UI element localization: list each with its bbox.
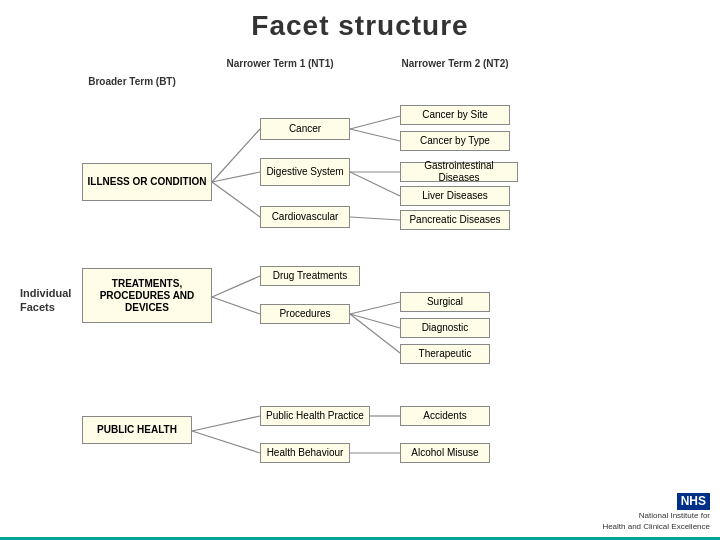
svg-line-6: [350, 172, 400, 196]
cancer-by-site-box: Cancer by Site: [400, 105, 510, 125]
svg-line-8: [212, 276, 260, 297]
svg-line-7: [350, 217, 400, 220]
svg-line-10: [350, 302, 400, 314]
svg-line-1: [212, 172, 260, 182]
cardiovascular-box: Cardiovascular: [260, 206, 350, 228]
illness-condition-box: ILLNESS OR CONDITION: [82, 163, 212, 201]
health-behaviour-box: Health Behaviour: [260, 443, 350, 463]
svg-line-3: [350, 116, 400, 129]
narrower-term-1-label: Narrower Term 1 (NT1): [220, 58, 340, 69]
svg-line-0: [212, 129, 260, 182]
digestive-system-box: Digestive System: [260, 158, 350, 186]
svg-line-4: [350, 129, 400, 141]
alcohol-misuse-box: Alcohol Misuse: [400, 443, 490, 463]
nhs-badge: NHS: [677, 493, 710, 511]
liver-diseases-box: Liver Diseases: [400, 186, 510, 206]
broader-term-label: Broader Term (BT): [82, 76, 182, 87]
page: Facet structure: [0, 0, 720, 540]
therapeutic-box: Therapeutic: [400, 344, 490, 364]
svg-line-9: [212, 297, 260, 314]
public-health-box: PUBLIC HEALTH: [82, 416, 192, 444]
individual-facets-label: IndividualFacets: [20, 286, 75, 315]
svg-line-11: [350, 314, 400, 328]
nhs-line2: Health and Clinical Excellence: [602, 522, 710, 532]
nhs-line1: National Institute for: [602, 511, 710, 521]
cancer-by-type-box: Cancer by Type: [400, 131, 510, 151]
diagram-area: Broader Term (BT) Narrower Term 1 (NT1) …: [20, 48, 700, 508]
procedures-box: Procedures: [260, 304, 350, 324]
svg-line-16: [350, 314, 400, 353]
gastrointestinal-box: Gastrointestinal Diseases: [400, 162, 518, 182]
surgical-box: Surgical: [400, 292, 490, 312]
accidents-box: Accidents: [400, 406, 490, 426]
nhs-logo: NHS National Institute for Health and Cl…: [602, 493, 710, 532]
public-health-practice-box: Public Health Practice: [260, 406, 370, 426]
svg-line-12: [192, 416, 260, 431]
narrower-term-2-label: Narrower Term 2 (NT2): [390, 58, 520, 69]
drug-treatments-box: Drug Treatments: [260, 266, 360, 286]
page-title: Facet structure: [20, 10, 700, 42]
treatments-box: TREATMENTS, PROCEDURES AND DEVICES: [82, 268, 212, 323]
svg-line-2: [212, 182, 260, 217]
diagnostic-box: Diagnostic: [400, 318, 490, 338]
svg-line-13: [192, 431, 260, 453]
pancreatic-diseases-box: Pancreatic Diseases: [400, 210, 510, 230]
cancer-box: Cancer: [260, 118, 350, 140]
